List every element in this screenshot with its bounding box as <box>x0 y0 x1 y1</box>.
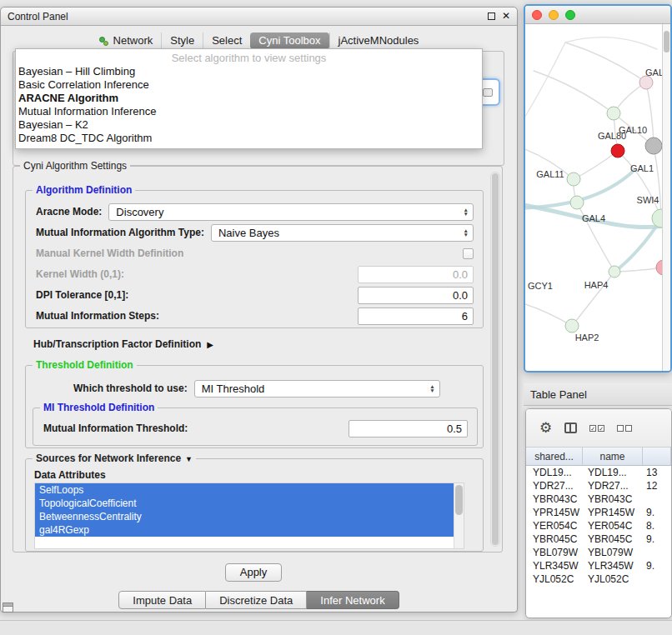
network-edge[interactable] <box>525 302 572 326</box>
scrollbar-thumb[interactable] <box>455 485 463 515</box>
attribute-item-gal4rgexp[interactable]: gal4RGexp <box>35 523 454 537</box>
table-cell: YDR27... <box>526 480 583 492</box>
column-header-shared[interactable]: shared... <box>526 448 583 465</box>
attributes-list-scrollbar[interactable] <box>454 483 464 548</box>
algorithm-definition-group: Algorithm Definition Aracne Mode: Discov… <box>25 190 484 328</box>
data-attributes-list[interactable]: SelfLoopsTopologicalCoefficientBetweenne… <box>34 482 464 549</box>
table-row[interactable]: YPR145WYPR145W9. <box>526 506 671 519</box>
column-header-col-2[interactable] <box>643 448 671 465</box>
network-node[interactable] <box>607 107 620 120</box>
bottom-tab-bar: Impute DataDiscretize DataInfer Network <box>1 591 517 609</box>
network-node[interactable] <box>565 319 579 332</box>
attribute-item-betweennesscentrality[interactable]: BetweennessCentrality <box>35 510 454 523</box>
select-all-icon[interactable]: ✓ ✓ <box>589 425 604 432</box>
tab-label: Cyni Toolbox <box>258 34 320 47</box>
table-row[interactable]: YDR27...YDR27...12 <box>526 479 671 492</box>
kernel-width-label: Kernel Width (0,1): <box>36 268 124 280</box>
mi-steps-input[interactable] <box>358 308 474 325</box>
network-edge[interactable] <box>565 42 646 82</box>
manual-kernel-checkbox[interactable] <box>463 248 474 259</box>
settings-vertical-scrollbar[interactable] <box>490 172 500 547</box>
mi-threshold-definition-group: MI Threshold Definition Mutual Informati… <box>33 408 478 446</box>
network-node[interactable] <box>652 209 662 228</box>
aracne-mode-value: Discovery <box>116 206 163 218</box>
algorithm-option-mutual-information-inference[interactable]: Mutual Information Inference <box>16 105 482 118</box>
network-node[interactable] <box>570 196 584 209</box>
algorithm-option-aracne-algorithm[interactable]: ARACNE Algorithm <box>16 92 482 105</box>
table-row[interactable]: YBR043CYBR043C <box>526 492 671 506</box>
algorithm-option-bayesian-hill-climbing[interactable]: Bayesian – Hill Climbing <box>16 65 482 78</box>
scrollbar-thumb[interactable] <box>664 31 669 52</box>
hub-definition-expander[interactable]: Hub/Transcription Factor Definition ▶ <box>33 338 213 350</box>
table-toolbar: ⚙ ✓ ✓ <box>526 409 671 448</box>
table-row[interactable]: YJL052CYJL052C <box>526 572 671 586</box>
network-node[interactable] <box>645 138 662 154</box>
close-icon[interactable]: ✕ <box>502 11 510 21</box>
zoom-traffic-light-icon[interactable] <box>565 10 575 20</box>
network-edge[interactable] <box>525 42 565 124</box>
network-tab-icon <box>99 36 109 46</box>
column-header-name[interactable]: name <box>583 448 643 465</box>
table-cell: YDL19... <box>526 467 583 478</box>
network-edge[interactable] <box>646 82 654 146</box>
tab-jactivemnodules[interactable]: jActiveMNodules <box>329 32 428 49</box>
bottom-tab-impute-data[interactable]: Impute Data <box>118 591 206 609</box>
float-window-icon[interactable] <box>488 12 495 20</box>
tab-style[interactable]: Style <box>161 32 203 49</box>
algorithm-option-basic-correlation-inference[interactable]: Basic Correlation Inference <box>16 78 482 92</box>
network-node[interactable] <box>609 266 620 278</box>
mi-algorithm-type-combobox[interactable]: Naive Bayes ▲▼ <box>211 224 474 242</box>
attribute-item-topologicalcoefficient[interactable]: TopologicalCoefficient <box>35 497 454 510</box>
kernel-width-input[interactable] <box>358 266 474 283</box>
algorithm-option-dream8-dc-tdc-algorithm[interactable]: Dream8 DC_TDC Algorithm <box>16 132 482 145</box>
scrollbar-thumb[interactable] <box>492 173 499 545</box>
network-node[interactable] <box>639 76 653 89</box>
network-edge[interactable] <box>534 71 614 113</box>
columns-icon[interactable] <box>564 422 577 433</box>
apply-button[interactable]: Apply <box>225 563 282 582</box>
table-row[interactable]: YDL19...YDL19...13 <box>526 466 671 479</box>
empty-box-icon <box>617 425 624 432</box>
network-node[interactable] <box>611 144 624 158</box>
table-row[interactable]: YLR345WYLR345W9. <box>526 559 671 572</box>
minimize-traffic-light-icon[interactable] <box>549 10 559 20</box>
aracne-mode-combobox[interactable]: Discovery ▲▼ <box>108 203 474 221</box>
network-canvas[interactable]: GALGAL80GAL10GAL11GAL1SWI4GAL4GCY1HAP4HA… <box>525 24 662 371</box>
expander-right-icon: ▶ <box>207 340 213 349</box>
table-body: YDL19...YDL19...13YDR27...YDR27...12YBR0… <box>526 466 671 586</box>
network-view-window: GALGAL80GAL10GAL11GAL1SWI4GAL4GCY1HAP4HA… <box>524 4 672 372</box>
dpi-tolerance-row: DPI Tolerance [0,1]: <box>36 286 474 304</box>
mi-threshold-input[interactable] <box>349 420 468 438</box>
table-cell: YBR043C <box>583 493 643 505</box>
gear-icon[interactable]: ⚙ <box>539 421 552 435</box>
table-row[interactable]: YBL079WYBL079W <box>526 546 671 559</box>
tab-select[interactable]: Select <box>203 32 250 49</box>
tab-cyni-toolbox[interactable]: Cyni Toolbox <box>250 32 328 49</box>
table-row[interactable]: YBR045CYBR045C9. <box>526 532 671 546</box>
network-node[interactable] <box>656 260 662 275</box>
dpi-tolerance-input[interactable] <box>358 287 474 304</box>
deselect-all-icon[interactable] <box>617 425 632 432</box>
network-edge[interactable] <box>574 151 618 179</box>
control-panel-titlebar[interactable]: Control Panel ✕ <box>1 8 517 26</box>
tab-network[interactable]: Network <box>91 32 162 49</box>
close-traffic-light-icon[interactable] <box>532 10 542 20</box>
sources-title[interactable]: Sources for Network Inference▼ <box>33 452 196 464</box>
table-row[interactable]: YER054CYER054C8. <box>526 519 671 532</box>
attribute-item-selfloops[interactable]: SelfLoops <box>35 483 454 497</box>
bottom-tab-infer-network[interactable]: Infer Network <box>307 591 399 609</box>
network-node[interactable] <box>567 172 580 186</box>
network-edge[interactable] <box>618 151 661 218</box>
table-cell: YBL079W <box>526 547 583 558</box>
which-threshold-row: Which threshold to use: MI Threshold ▲▼ <box>36 379 474 398</box>
network-vertical-scrollbar[interactable] <box>662 24 670 371</box>
table-cell: YER054C <box>526 520 583 532</box>
network-window-titlebar[interactable] <box>525 6 670 24</box>
algorithm-option-bayesian-k2[interactable]: Bayesian – K2 <box>16 118 482 132</box>
bottom-tab-discretize-data[interactable]: Discretize Data <box>206 591 307 609</box>
table-column-headers: shared...name <box>526 448 671 466</box>
sources-group: Sources for Network Inference▼ Data Attr… <box>25 458 484 552</box>
which-threshold-combobox[interactable]: MI Threshold ▲▼ <box>194 380 440 398</box>
settings-group-title: Cyni Algorithm Settings <box>20 160 130 172</box>
minimized-panel-icon[interactable] <box>3 602 13 612</box>
